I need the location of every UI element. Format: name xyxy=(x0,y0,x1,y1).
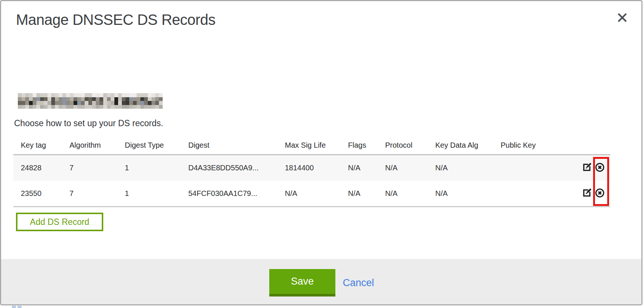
redaction-pixel xyxy=(107,93,111,97)
redaction-pixel xyxy=(148,97,152,101)
cell-digest-type: 1 xyxy=(125,189,188,198)
x-circle-icon xyxy=(595,188,605,199)
redaction-pixel xyxy=(18,105,22,109)
redaction-pixel xyxy=(62,93,66,97)
redaction-pixel xyxy=(126,105,129,109)
redaction-pixel xyxy=(129,97,133,101)
cell-algorithm: 7 xyxy=(69,164,125,172)
redaction-pixel xyxy=(140,105,144,109)
redaction-pixel xyxy=(81,101,85,105)
redaction-pixel xyxy=(155,101,159,105)
redaction-pixel xyxy=(62,97,66,101)
redaction-pixel xyxy=(36,97,40,101)
redaction-pixel xyxy=(48,97,51,101)
redaction-pixel xyxy=(114,105,118,109)
redaction-pixel xyxy=(29,93,33,97)
redaction-pixel xyxy=(111,97,114,101)
redaction-pixel xyxy=(96,105,100,109)
redaction-pixel xyxy=(85,93,88,97)
col-header-protocol: Protocol xyxy=(385,141,435,154)
redaction-pixel xyxy=(81,93,85,97)
redaction-pixel xyxy=(40,97,44,101)
edit-record-button[interactable] xyxy=(582,189,592,199)
redaction-pixel xyxy=(55,97,59,101)
cell-digest: D4A33E8DD550A9... xyxy=(188,164,285,172)
col-header-digest: Digest xyxy=(188,141,285,154)
redaction-pixel xyxy=(114,93,118,97)
redaction-pixel xyxy=(88,93,92,97)
redaction-pixel xyxy=(137,93,140,97)
redaction-pixel xyxy=(59,97,62,101)
redaction-pixel xyxy=(18,101,22,105)
redaction-pixel xyxy=(44,101,48,105)
redaction-pixel xyxy=(22,93,25,97)
redaction-pixel xyxy=(77,101,81,105)
redaction-pixel xyxy=(66,105,70,109)
edit-icon xyxy=(582,163,592,173)
cell-protocol: N/A xyxy=(385,164,435,172)
redaction-pixel xyxy=(25,105,29,109)
redaction-pixel xyxy=(25,101,29,105)
redaction-pixel xyxy=(22,101,25,105)
redaction-pixel xyxy=(85,101,88,105)
redaction-pixel xyxy=(118,97,122,101)
close-icon xyxy=(617,13,627,24)
redaction-pixel xyxy=(55,93,59,97)
redaction-pixel xyxy=(96,97,100,101)
redaction-pixel xyxy=(111,93,114,97)
col-header-flags: Flags xyxy=(348,141,385,154)
cancel-link[interactable]: Cancel xyxy=(343,277,374,289)
redaction-pixel xyxy=(137,101,140,105)
ds-records-table: Key tag Algorithm Digest Type Digest Max… xyxy=(13,136,610,207)
redaction-pixel xyxy=(44,93,48,97)
redaction-pixel xyxy=(70,93,74,97)
save-button[interactable]: Save xyxy=(269,269,335,296)
redacted-domain-name xyxy=(18,93,163,109)
redaction-pixel xyxy=(155,105,159,109)
redaction-pixel xyxy=(74,93,77,97)
cell-digest: 54FCF030AA1C79... xyxy=(188,189,285,198)
edit-record-button[interactable] xyxy=(582,163,592,173)
instruction-text: Choose how to set up your DS records. xyxy=(14,118,163,128)
col-header-key-data-alg: Key Data Alg xyxy=(435,141,501,154)
edit-icon xyxy=(582,188,592,199)
redaction-pixel xyxy=(122,93,126,97)
redaction-pixel xyxy=(107,97,111,101)
redaction-pixel xyxy=(29,105,33,109)
cell-key-data-alg: N/A xyxy=(435,189,501,198)
redaction-pixel xyxy=(74,97,77,101)
redaction-pixel xyxy=(152,97,155,101)
redaction-pixel xyxy=(144,105,148,109)
add-ds-record-button[interactable]: Add DS Record xyxy=(16,213,103,231)
redaction-pixel xyxy=(152,105,155,109)
cell-digest-type: 1 xyxy=(125,164,188,172)
redaction-pixel xyxy=(152,101,155,105)
redaction-pixel xyxy=(70,101,74,105)
delete-record-button[interactable] xyxy=(595,189,605,199)
delete-record-button[interactable] xyxy=(595,163,605,173)
cell-flags: N/A xyxy=(348,189,385,198)
redaction-pixel xyxy=(51,97,55,101)
redaction-pixel xyxy=(152,93,155,97)
redaction-pixel xyxy=(92,93,96,97)
redaction-pixel xyxy=(25,93,29,97)
redaction-pixel xyxy=(66,93,70,97)
redaction-pixel xyxy=(74,105,77,109)
redaction-pixel xyxy=(88,105,92,109)
redaction-pixel xyxy=(96,101,100,105)
redaction-pixel xyxy=(107,101,111,105)
table-header-row: Key tag Algorithm Digest Type Digest Max… xyxy=(13,136,610,155)
redaction-pixel xyxy=(36,105,40,109)
redaction-pixel xyxy=(126,101,129,105)
redaction-pixel xyxy=(144,97,148,101)
close-button[interactable] xyxy=(615,11,629,25)
redaction-pixel xyxy=(51,101,55,105)
redaction-pixel xyxy=(74,101,77,105)
redaction-pixel xyxy=(140,93,144,97)
redaction-pixel xyxy=(70,97,74,101)
cell-max-sig-life: 1814400 xyxy=(285,164,348,172)
redaction-pixel xyxy=(103,93,107,97)
redaction-pixel xyxy=(144,101,148,105)
col-header-digest-type: Digest Type xyxy=(125,141,188,154)
redaction-pixel xyxy=(103,101,107,105)
